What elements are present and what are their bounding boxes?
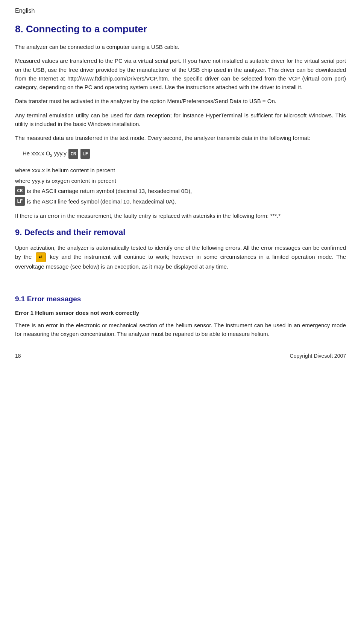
section91-title: 9.1 Error messages <box>15 295 346 303</box>
chapter9-para1-text2: key and the instrument will continue to … <box>15 254 346 270</box>
where-text-lf: is the ASCII line feed symbol (decimal 1… <box>27 197 176 207</box>
error1-title: Error 1 Helium sensor does not work corr… <box>15 308 346 317</box>
where-text-cr: is the ASCII carriage return symbol (dec… <box>27 186 192 196</box>
lf-badge-inline: LF <box>15 197 25 206</box>
chapter9-title: 9. Defects and their removal <box>15 228 346 237</box>
chapter8-para2: Measured values are transferred to the P… <box>15 56 346 91</box>
chapter9-para1: Upon activation, the analyzer is automat… <box>15 243 346 271</box>
chapter8-title: 8. Connecting to a computer <box>15 23 346 35</box>
copyright: Copyright Divesoft 2007 <box>290 353 346 359</box>
spacer <box>15 276 346 287</box>
where-line-1: where xxx.x is helium content in percent <box>15 166 346 175</box>
page-container: English 8. Connecting to a computer The … <box>0 0 361 366</box>
page-number: 18 <box>15 353 21 359</box>
formula-line: He xxx.x O2 yyy.y CR LF <box>23 148 346 159</box>
formula-text: He xxx.x O2 yyy.y <box>23 150 68 156</box>
where-line-cr: CR is the ASCII carriage return symbol (… <box>15 186 346 196</box>
chapter8-para1: The analyzer can be connected to a compu… <box>15 43 346 51</box>
cr-badge: CR <box>68 149 78 158</box>
enter-key-icon: ↵ <box>36 252 46 262</box>
where-text-2: where yyy.y is oxygen content in percent <box>15 176 116 186</box>
error-paragraph: If there is an error in the measurement,… <box>15 211 346 220</box>
language-label: English <box>15 8 346 14</box>
chapter8-para3: Data transfer must be activated in the a… <box>15 97 346 105</box>
where-text-1: where xxx.x is helium content in percent <box>15 166 115 175</box>
chapter8-para4: Any terminal emulation utility can be us… <box>15 111 346 129</box>
error1-text: There is an error in the electronic or m… <box>15 321 346 339</box>
where-list: where xxx.x is helium content in percent… <box>15 166 346 206</box>
chapter8-para5: The measured data are transferred in the… <box>15 134 346 142</box>
lf-badge: LF <box>80 149 90 158</box>
footer: 18 Copyright Divesoft 2007 <box>15 353 346 359</box>
cr-badge-inline: CR <box>15 186 25 195</box>
where-line-2: where yyy.y is oxygen content in percent <box>15 176 346 186</box>
subscript-2: 2 <box>50 153 52 158</box>
where-line-lf: LF is the ASCII line feed symbol (decima… <box>15 197 346 207</box>
